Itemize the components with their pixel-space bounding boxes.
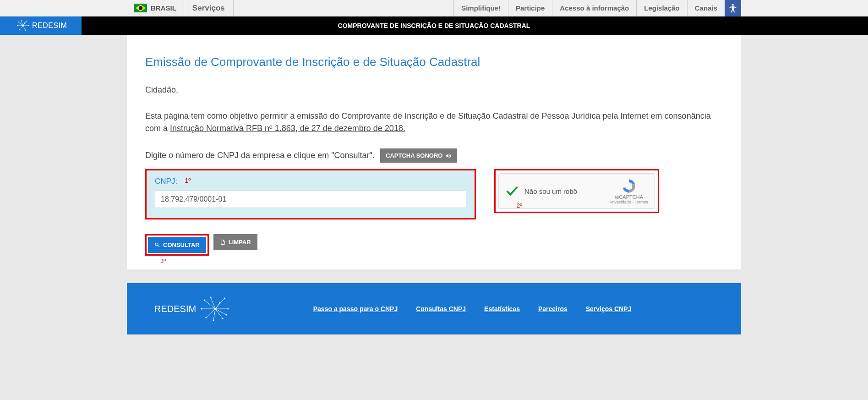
greeting-text: Cidadão, xyxy=(145,84,723,96)
footer-links: Passo a passo para o CNPJ Consultas CNPJ… xyxy=(231,305,714,312)
svg-point-17 xyxy=(19,29,20,30)
footer-logo[interactable]: REDESIM xyxy=(154,296,231,322)
cnpj-input[interactable] xyxy=(155,191,466,208)
annotation-2: 2º xyxy=(517,202,522,209)
svg-point-34 xyxy=(228,308,229,310)
captcha-box: Não sou um robô reCAPTCHA Privacidade - … xyxy=(494,169,659,213)
captcha-sound-label: CAPTCHA SONORO xyxy=(386,152,442,159)
main-card: Emissão de Comprovante de Inscrição e de… xyxy=(127,35,741,269)
svg-point-20 xyxy=(24,22,25,23)
annotation-1: 1º xyxy=(185,177,191,184)
limpar-label: LIMPAR xyxy=(229,239,251,246)
intro-text: Esta página tem como objetivo permitir a… xyxy=(145,110,723,135)
svg-line-8 xyxy=(23,26,26,30)
footer-link-estatisticas[interactable]: Estatísticas xyxy=(484,305,520,312)
svg-point-14 xyxy=(26,21,27,22)
svg-line-9 xyxy=(19,26,23,29)
accessibility-button[interactable] xyxy=(725,0,741,16)
accessibility-icon xyxy=(728,3,738,13)
recaptcha-icon xyxy=(621,178,637,194)
recaptcha-checkmark xyxy=(505,184,519,198)
gov-link-acesso-informacao[interactable]: Acesso à informação xyxy=(552,0,636,16)
gov-brasil-text: BRASIL xyxy=(151,4,176,12)
recaptcha-text: Não sou um robô xyxy=(524,187,610,195)
redesim-network-icon xyxy=(16,19,29,32)
instruction-row: Digite o número de CNPJ da empresa e cli… xyxy=(145,148,723,163)
svg-point-38 xyxy=(210,297,212,298)
gov-link-simplifique[interactable]: Simplifique! xyxy=(453,0,508,16)
form-row: CNPJ: 1º Não sou um robô xyxy=(145,169,723,219)
footer: REDESIM Passo a passo para o CNPJ Consul… xyxy=(127,283,741,334)
svg-line-29 xyxy=(215,303,220,309)
instruction-text: Digite o número de CNPJ da empresa e cli… xyxy=(145,151,375,160)
gov-bar: BRASIL Serviços Simplifique! Participe A… xyxy=(0,0,868,16)
brazil-flag-icon xyxy=(134,4,147,12)
limpar-button[interactable]: LIMPAR xyxy=(213,234,257,250)
footer-logo-text: REDESIM xyxy=(154,304,196,314)
footer-link-passo-a-passo[interactable]: Passo a passo para o CNPJ xyxy=(313,305,398,312)
svg-point-36 xyxy=(206,317,207,318)
svg-point-33 xyxy=(224,298,225,299)
gov-bar-inner: BRASIL Serviços Simplifique! Participe A… xyxy=(127,0,741,16)
recaptcha-badge: reCAPTCHA Privacidade - Termos xyxy=(610,178,648,204)
svg-point-18 xyxy=(17,25,18,26)
consultar-label: CONSULTAR xyxy=(163,241,200,248)
buttons-row: CONSULTAR 3º LIMPAR xyxy=(145,234,723,256)
svg-point-2 xyxy=(139,6,142,10)
gov-link-legislacao[interactable]: Legislação xyxy=(636,0,687,16)
cnpj-label-row: CNPJ: 1º xyxy=(155,177,466,191)
document-icon xyxy=(220,239,226,245)
header-logo-text: REDESIM xyxy=(32,22,67,30)
footer-link-consultas[interactable]: Consultas CNPJ xyxy=(416,305,466,312)
search-icon xyxy=(154,242,160,248)
footer-network-icon xyxy=(200,296,231,322)
svg-point-15 xyxy=(28,25,29,26)
checkmark-icon xyxy=(505,184,519,198)
footer-link-parceiros[interactable]: Parceiros xyxy=(538,305,568,312)
cnpj-label: CNPJ: xyxy=(155,177,177,186)
gov-link-participe[interactable]: Participe xyxy=(508,0,552,16)
svg-point-13 xyxy=(18,22,19,22)
svg-line-12 xyxy=(23,23,25,26)
svg-line-31 xyxy=(215,309,226,315)
svg-point-39 xyxy=(219,302,221,304)
recaptcha-badge-sub: Privacidade - Termos xyxy=(610,200,648,204)
svg-point-35 xyxy=(222,318,224,319)
consultar-button[interactable]: CONSULTAR xyxy=(148,237,206,253)
cnpj-box: CNPJ: 1º xyxy=(145,169,476,219)
recaptcha-badge-title: reCAPTCHA xyxy=(610,194,648,200)
gov-brasil-link[interactable]: BRASIL xyxy=(127,0,184,16)
svg-point-37 xyxy=(201,308,202,310)
page-title: Emissão de Comprovante de Inscrição e de… xyxy=(145,55,723,69)
gov-link-canais[interactable]: Canais xyxy=(687,0,725,16)
intro-link[interactable]: Instrução Normativa RFB nº 1.863, de 27 … xyxy=(170,124,405,133)
svg-point-19 xyxy=(21,20,22,21)
header-title: COMPROVANTE DE INSCRIÇÃO E DE SITUAÇÃO C… xyxy=(127,16,741,35)
header-logo[interactable]: REDESIM xyxy=(0,16,82,35)
annotation-3: 3º xyxy=(160,258,166,264)
sound-icon xyxy=(445,153,452,159)
captcha-sound-button[interactable]: CAPTCHA SONORO xyxy=(380,148,457,163)
svg-line-25 xyxy=(215,309,223,318)
footer-link-servicos[interactable]: Serviços CNPJ xyxy=(586,305,632,312)
svg-point-16 xyxy=(25,30,26,31)
svg-point-32 xyxy=(204,300,205,301)
svg-point-40 xyxy=(213,320,214,321)
main-wrap: Emissão de Comprovante de Inscrição e de… xyxy=(127,35,741,334)
consultar-highlight: CONSULTAR 3º xyxy=(145,234,209,256)
gov-servicos-link[interactable]: Serviços xyxy=(184,0,234,16)
header-black: REDESIM COMPROVANTE DE INSCRIÇÃO E DE SI… xyxy=(0,16,868,35)
svg-point-3 xyxy=(732,4,734,5)
svg-point-41 xyxy=(226,314,227,316)
